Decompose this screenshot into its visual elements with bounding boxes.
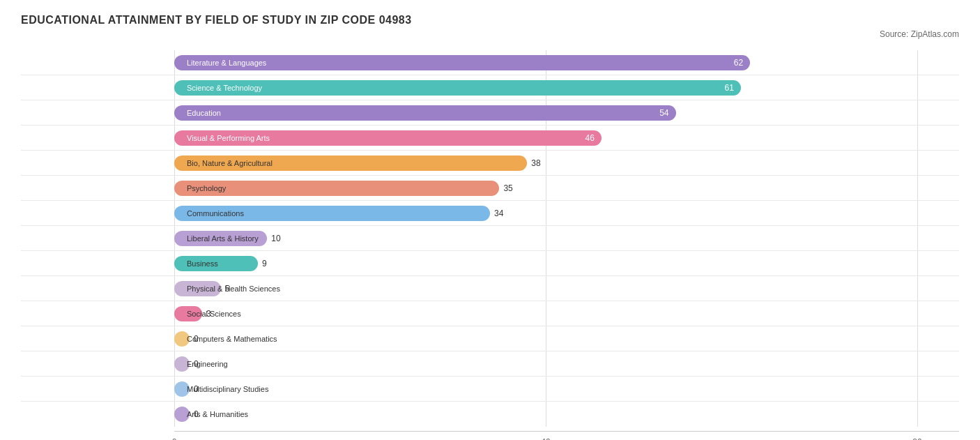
bar-container: Liberal Arts & History 10: [21, 226, 959, 250]
bar-segment: Visual & Performing Arts 46: [174, 130, 602, 146]
bar-container: Social Sciences 3: [21, 301, 959, 326]
bar-row: Communications 34: [21, 201, 959, 226]
bar-container: Science & Technology 61: [21, 75, 959, 100]
bar-row: Arts & Humanities 0: [21, 402, 959, 427]
bar-label: Science & Technology: [180, 84, 269, 92]
bar-row: Physical & Health Sciences 5: [21, 276, 959, 301]
bar-container: Multidisciplinary Studies 0: [21, 377, 959, 401]
bar-container: Physical & Health Sciences 5: [21, 276, 959, 301]
bar-segment: Psychology: [174, 181, 499, 196]
x-tick-label: 80: [912, 437, 921, 440]
bar-container: Computers & Mathematics 0: [21, 326, 959, 351]
bar-value: 34: [494, 208, 503, 218]
bar-segment: Social Sciences: [174, 306, 202, 321]
bar-container: Education 54: [21, 100, 959, 125]
bar-label: Engineering: [180, 360, 235, 368]
bar-value: 54: [659, 108, 668, 118]
bar-segment: Engineering: [174, 356, 190, 372]
bar-row: Business 9: [21, 251, 959, 276]
bar-label: Liberal Arts & History: [180, 234, 266, 243]
bar-value: 0: [194, 409, 199, 419]
bar-segment: Communications: [174, 206, 490, 221]
bar-segment: Business: [174, 256, 258, 271]
bar-container: Bio, Nature & Agricultural 38: [21, 151, 959, 175]
bar-label: Physical & Health Sciences: [180, 285, 287, 293]
bar-segment: Literature & Languages 62: [174, 55, 750, 70]
bar-segment: Education 54: [174, 105, 676, 121]
bar-value: 62: [734, 58, 743, 68]
bar-segment: Liberal Arts & History: [174, 231, 267, 246]
bar-value: 38: [531, 158, 540, 168]
bar-value: 10: [271, 234, 280, 243]
bar-segment: Arts & Humanities: [174, 407, 190, 422]
bar-container: Communications 34: [21, 201, 959, 225]
bar-container: Business 9: [21, 251, 959, 275]
bar-value: 0: [194, 359, 199, 369]
bar-row: Social Sciences 3: [21, 301, 959, 326]
x-tick-label: 0: [172, 437, 177, 440]
bar-segment: Physical & Health Sciences: [174, 281, 221, 296]
bar-value: 46: [585, 133, 595, 143]
bar-segment: Bio, Nature & Agricultural: [174, 155, 527, 171]
bar-container: Arts & Humanities 0: [21, 402, 959, 427]
bar-row: Engineering 0: [21, 351, 959, 377]
bar-row: Psychology 35: [21, 176, 959, 201]
bar-container: Engineering 0: [21, 351, 959, 376]
bar-row: Computers & Mathematics 0: [21, 326, 959, 351]
bar-container: Psychology 35: [21, 176, 959, 200]
bar-label: Social Sciences: [180, 310, 248, 318]
bar-label: Arts & Humanities: [180, 410, 255, 418]
bar-label: Bio, Nature & Agricultural: [180, 159, 280, 167]
x-tick-label: 40: [541, 437, 550, 440]
bar-segment: Science & Technology 61: [174, 80, 741, 96]
bar-row: Literature & Languages 62: [21, 50, 959, 75]
bar-row: Multidisciplinary Studies 0: [21, 377, 959, 402]
bar-value: 35: [503, 183, 512, 193]
bar-segment: Multidisciplinary Studies: [174, 381, 190, 397]
bar-value: 3: [206, 309, 211, 319]
chart-title: EDUCATIONAL ATTAINMENT BY FIELD OF STUDY…: [21, 14, 959, 26]
chart-area: Literature & Languages 62 Science & Tech…: [21, 50, 959, 427]
bar-row: Bio, Nature & Agricultural 38: [21, 151, 959, 176]
source-label: Source: ZipAtlas.com: [21, 29, 959, 39]
bar-label: Education: [180, 109, 228, 117]
bar-row: Visual & Performing Arts 46: [21, 126, 959, 151]
bar-row: Liberal Arts & History 10: [21, 226, 959, 251]
bar-segment: Computers & Mathematics: [174, 331, 190, 347]
bar-value: 0: [194, 384, 199, 394]
bar-container: Literature & Languages 62: [21, 50, 959, 75]
bar-label: Business: [180, 259, 225, 268]
bar-container: Visual & Performing Arts 46: [21, 126, 959, 150]
bar-label: Literature & Languages: [180, 59, 273, 67]
bar-label: Communications: [180, 209, 251, 218]
bar-value: 61: [724, 83, 733, 93]
bar-row: Education 54: [21, 100, 959, 126]
bar-row: Science & Technology 61: [21, 75, 959, 100]
bar-value: 0: [194, 334, 199, 344]
bar-value: 5: [225, 284, 230, 294]
bar-label: Psychology: [180, 184, 233, 192]
bar-label: Visual & Performing Arts: [180, 134, 277, 142]
bar-value: 9: [262, 259, 267, 268]
x-axis: 04080: [174, 431, 959, 440]
